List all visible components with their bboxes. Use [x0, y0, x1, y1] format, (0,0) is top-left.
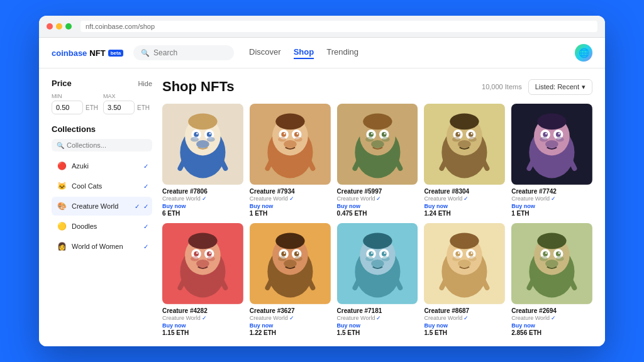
collections-search-icon: 🔍	[57, 142, 64, 149]
svg-point-26	[294, 137, 303, 142]
nft-buy-button[interactable]: Buy now	[511, 203, 592, 209]
svg-point-140	[543, 251, 548, 256]
min-price-input[interactable]	[52, 101, 83, 114]
svg-point-53	[471, 133, 473, 135]
nav-links: Discover Shop Trending	[249, 47, 358, 59]
svg-point-95	[281, 251, 286, 256]
maximize-dot[interactable]	[65, 23, 72, 30]
nft-buy-button[interactable]: Buy now	[337, 203, 418, 209]
svg-point-101	[294, 256, 303, 261]
collection-name: Azuki	[72, 162, 140, 170]
verified-badge: ✓	[551, 195, 556, 202]
svg-point-85	[191, 256, 199, 261]
max-input-row: ETH	[103, 101, 150, 114]
nft-price: 0.475 ETH	[337, 210, 418, 217]
svg-point-81	[207, 251, 212, 256]
svg-point-20	[281, 132, 286, 137]
svg-point-128	[471, 252, 473, 254]
min-label: MIN	[52, 93, 98, 99]
verified-badge: ✓	[376, 195, 381, 202]
nft-price: 1 ETH	[511, 210, 592, 217]
collections-search-input[interactable]	[67, 141, 147, 149]
min-input-row: ETH	[52, 101, 98, 114]
collections-search-bar[interactable]: 🔍	[52, 139, 152, 151]
svg-point-65	[543, 132, 548, 137]
minimize-dot[interactable]	[56, 23, 62, 30]
svg-point-36	[381, 132, 386, 137]
svg-point-66	[556, 132, 561, 137]
nft-card-nft-7742[interactable]: Creature #7742 Creature World ✓ Buy now …	[511, 104, 592, 217]
svg-point-98	[296, 252, 298, 254]
verified-icon: ✓	[143, 163, 148, 170]
nft-card-nft-7806[interactable]: Creature #7806 Creature World ✓ Buy now …	[162, 104, 243, 217]
svg-point-145	[540, 256, 548, 261]
verified-badge: ✓	[289, 195, 294, 202]
nft-buy-button[interactable]: Buy now	[162, 322, 243, 329]
nft-card-nft-4282[interactable]: Creature #4282 Creature World ✓ Buy now …	[162, 223, 243, 336]
nft-collection: Creature World ✓	[511, 315, 592, 321]
nft-buy-button[interactable]: Buy now	[424, 322, 505, 329]
hide-button[interactable]: Hide	[138, 80, 152, 87]
close-dot[interactable]	[47, 23, 53, 30]
nft-buy-button[interactable]: Buy now	[250, 322, 331, 329]
navbar: coinbase NFT beta 🔍 Discover Shop Trendi…	[39, 38, 605, 69]
collection-item-azuki[interactable]: 🔴 Azuki ✓	[52, 156, 152, 175]
nft-collection: Creature World ✓	[424, 315, 505, 321]
nft-card-nft-2694[interactable]: Creature #2694 Creature World ✓ Buy now …	[511, 223, 592, 336]
nft-price: 1 ETH	[250, 210, 331, 217]
nft-card-nft-7181[interactable]: Creature #7181 Creature World ✓ Buy now …	[337, 223, 418, 336]
search-bar[interactable]: 🔍	[133, 45, 234, 60]
nft-name: Creature #8687	[424, 307, 505, 314]
svg-point-115	[365, 256, 374, 261]
search-input[interactable]	[153, 48, 216, 57]
page-title: Shop NFTs	[162, 79, 234, 95]
logo[interactable]: coinbase NFT beta	[52, 48, 123, 58]
nft-collection: Creature World ✓	[511, 195, 592, 202]
svg-point-25	[278, 137, 286, 142]
svg-point-80	[194, 251, 199, 256]
nft-collection: Creature World ✓	[162, 195, 243, 202]
browser-dots	[47, 23, 72, 30]
price-header: Price Hide	[52, 79, 152, 88]
collection-item-creature-world[interactable]: 🎨 Creature World ✓ ✓	[52, 197, 152, 216]
avatar[interactable]: 🌐	[575, 44, 592, 62]
nft-image	[511, 223, 592, 304]
verified-badge: ✓	[289, 315, 294, 321]
collection-name: World of Women	[72, 243, 140, 250]
svg-point-130	[452, 256, 460, 261]
nft-buy-button[interactable]: Buy now	[162, 203, 243, 209]
collection-item-world-of-women[interactable]: 👩 World of Women ✓	[52, 237, 152, 256]
nft-card-nft-3627[interactable]: Creature #3627 Creature World ✓ Buy now …	[250, 223, 331, 336]
min-price-group: MIN ETH	[52, 93, 98, 114]
svg-point-112	[371, 252, 373, 254]
max-price-input[interactable]	[103, 101, 135, 114]
nft-image	[250, 104, 331, 185]
nft-name: Creature #4282	[162, 307, 243, 314]
nft-buy-button[interactable]: Buy now	[250, 203, 331, 209]
svg-point-22	[284, 133, 286, 135]
nav-discover[interactable]: Discover	[249, 47, 281, 59]
nft-card-nft-8304[interactable]: Creature #8304 Creature World ✓ Buy now …	[424, 104, 505, 217]
nft-card-nft-8687[interactable]: Creature #8687 Creature World ✓ Buy now …	[424, 223, 505, 336]
svg-point-146	[556, 256, 564, 261]
collection-thumb: 👩	[55, 240, 68, 253]
nft-buy-button[interactable]: Buy now	[511, 322, 592, 329]
verified-icon: ✓	[143, 243, 148, 250]
nft-collection: Creature World ✓	[337, 315, 418, 321]
svg-point-83	[209, 252, 211, 254]
nav-trending[interactable]: Trending	[326, 47, 358, 59]
nft-card-nft-7934[interactable]: Creature #7934 Creature World ✓ Buy now …	[250, 104, 331, 217]
nft-buy-button[interactable]: Buy now	[337, 322, 418, 329]
collection-item-doodles[interactable]: 🟡 Doodles ✓	[52, 217, 152, 236]
logo-nft: NFT	[89, 48, 105, 58]
nft-name: Creature #7934	[250, 188, 331, 195]
header-right: 10,000 Items Listed: Recent ▾	[482, 79, 592, 95]
nft-card-nft-5997[interactable]: Creature #5997 Creature World ✓ Buy now …	[337, 104, 418, 217]
collection-item-cool-cats[interactable]: 🐱 Cool Cats ✓	[52, 177, 152, 195]
nft-buy-button[interactable]: Buy now	[424, 203, 505, 209]
url-bar[interactable]: nft.coinbase.com/shop	[80, 21, 597, 32]
sort-dropdown[interactable]: Listed: Recent ▾	[528, 79, 592, 95]
nav-shop[interactable]: Shop	[294, 47, 314, 59]
collection-name: Creature World	[72, 202, 131, 210]
svg-point-11	[207, 137, 215, 142]
